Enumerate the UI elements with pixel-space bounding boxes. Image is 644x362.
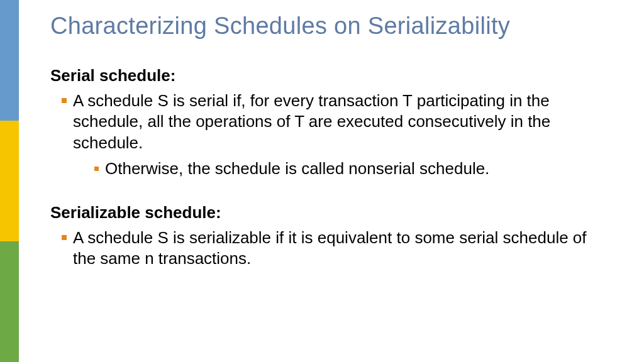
accent-sidebar <box>0 0 19 362</box>
bullet-square-icon <box>94 167 99 171</box>
bullet-square-icon <box>62 235 67 240</box>
accent-segment-yellow <box>0 121 19 241</box>
slide-title: Characterizing Schedules on Serializabil… <box>50 13 644 40</box>
bullet-item: A schedule S is serializable if it is eq… <box>50 228 644 270</box>
bullet-item: Otherwise, the schedule is called nonser… <box>50 158 644 179</box>
accent-segment-blue <box>0 0 19 121</box>
bullet-item: A schedule S is serial if, for every tra… <box>50 90 644 153</box>
bullet-text: Otherwise, the schedule is called nonser… <box>105 158 489 179</box>
accent-segment-green <box>0 241 19 362</box>
section-heading: Serial schedule: <box>50 66 644 85</box>
bullet-text: A schedule S is serializable if it is eq… <box>73 228 606 270</box>
section-heading: Serializable schedule: <box>50 203 644 222</box>
bullet-text: A schedule S is serial if, for every tra… <box>73 90 606 153</box>
slide-body: Characterizing Schedules on Serializabil… <box>19 0 644 362</box>
spacer <box>50 184 644 203</box>
bullet-square-icon <box>62 98 67 103</box>
